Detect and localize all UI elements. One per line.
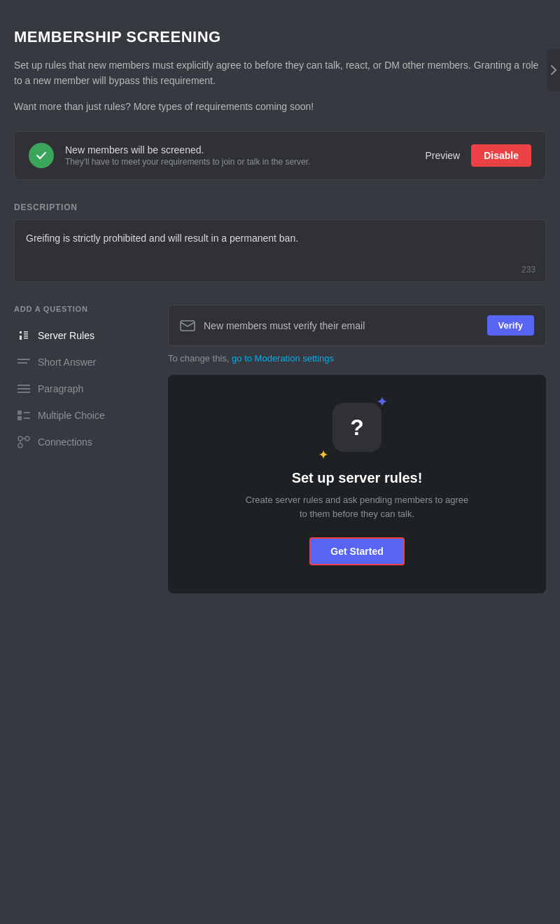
sparkle-area: ? ✦ ✦: [332, 403, 382, 452]
description-text-1: Set up rules that new members must expli…: [14, 57, 546, 89]
email-verify-box: New members must verify their email Veri…: [168, 305, 546, 346]
connections-label: Connections: [38, 436, 92, 448]
screening-status-left: New members will be screened. They'll ha…: [29, 143, 310, 168]
paragraph-icon: [17, 382, 31, 396]
server-rules-label: Server Rules: [38, 330, 94, 341]
question-type-short-answer[interactable]: Short Answer: [14, 350, 168, 375]
description-textarea-box[interactable]: Greifing is strictly prohibited and will…: [14, 219, 546, 282]
setup-card-title: Set up server rules!: [292, 470, 423, 486]
server-rules-icon: [17, 329, 31, 343]
email-verify-left: New members must verify their email: [180, 318, 365, 333]
question-icon-box: ? ✦ ✦: [332, 403, 382, 452]
green-check-icon: [29, 143, 54, 168]
description-section-label: DESCRIPTION: [14, 202, 546, 212]
question-mark: ?: [350, 415, 364, 441]
question-type-server-rules[interactable]: Server Rules: [14, 323, 168, 348]
question-type-multiple-choice[interactable]: Multiple Choice: [14, 403, 168, 428]
moderation-settings-link[interactable]: go to Moderation settings: [232, 353, 334, 364]
screening-status-text: New members will be screened. They'll ha…: [65, 144, 310, 167]
status-primary-text: New members will be screened.: [65, 144, 310, 156]
email-verify-text: New members must verify their email: [204, 320, 365, 331]
description-content: Greifing is strictly prohibited and will…: [26, 231, 534, 246]
svg-rect-5: [18, 411, 22, 415]
page-title: MEMBERSHIP SCREENING: [14, 28, 546, 46]
question-type-paragraph[interactable]: Paragraph: [14, 376, 168, 401]
short-answer-label: Short Answer: [38, 357, 96, 368]
preview-button[interactable]: Preview: [425, 150, 460, 161]
sparkle-bottom-icon: ✦: [318, 448, 328, 462]
email-icon: [180, 318, 195, 333]
screening-status-box: New members will be screened. They'll ha…: [14, 131, 546, 180]
multiple-choice-label: Multiple Choice: [38, 410, 105, 421]
description-text-2: Want more than just rules? More types of…: [14, 99, 546, 114]
sparkle-top-icon: ✦: [377, 394, 387, 410]
setup-card-description: Create server rules and ask pending memb…: [245, 493, 469, 520]
verify-button[interactable]: Verify: [487, 315, 534, 336]
status-secondary-text: They'll have to meet your requirements t…: [65, 157, 310, 167]
moderation-link-text: To change this, go to Moderation setting…: [168, 353, 546, 364]
setup-card: ? ✦ ✦ Set up server rules! Create server…: [168, 375, 546, 593]
connections-icon: [17, 435, 31, 449]
right-column: New members must verify their email Veri…: [168, 305, 546, 593]
get-started-button[interactable]: Get Started: [309, 537, 404, 565]
char-count: 233: [522, 265, 536, 275]
short-answer-icon: [17, 355, 31, 369]
paragraph-label: Paragraph: [38, 383, 83, 394]
svg-rect-14: [181, 321, 195, 331]
add-question-label: ADD A QUESTION: [14, 305, 168, 313]
screening-status-right: Preview Disable: [425, 144, 531, 167]
question-type-connections[interactable]: Connections: [14, 429, 168, 455]
disable-button[interactable]: Disable: [471, 144, 531, 167]
two-column-layout: ADD A QUESTION Server Rules: [14, 305, 546, 593]
multiple-choice-icon: [17, 408, 31, 422]
svg-point-11: [18, 443, 22, 448]
left-column: ADD A QUESTION Server Rules: [14, 305, 168, 593]
svg-point-10: [25, 436, 29, 441]
svg-point-9: [18, 436, 22, 441]
svg-rect-6: [18, 416, 22, 420]
right-edge-button[interactable]: [547, 49, 560, 91]
